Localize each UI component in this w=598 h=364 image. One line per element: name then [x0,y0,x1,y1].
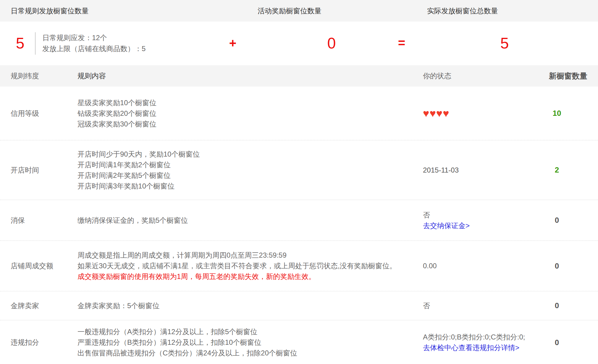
daily-window-count: 5 [11,34,30,52]
actual-total-count-title: 实际发放橱窗位总数量 [427,0,498,22]
new-window-count-value: 10 [526,109,587,118]
daily-rule-count-title: 日常规则发放橱窗位数量 [11,0,89,22]
new-window-count-value: 2 [526,165,587,175]
heart-icon: ♥ [443,107,449,119]
rule-content-cell: 一般违规扣分（A类扣分）满12分及以上，扣除5个橱窗位 严重违规扣分（B类扣分）… [77,326,423,358]
rule-dimension-label: 开店时间 [11,165,77,175]
pay-deposit-link[interactable]: 去交纳保证金> [423,220,470,231]
rule-content-line: 开店时间满3年奖励10个橱窗位 [77,181,423,191]
deposit-status-text: 否 [423,210,526,220]
summary-title-band: 日常规则发放橱窗位数量 活动奖励橱窗位数量 实际发放橱窗位总数量 [0,0,598,22]
status-cell-open-date: 2015-11-03 [423,165,526,176]
vertical-divider [35,32,36,55]
table-row-gold-seller: 金牌卖家 金牌卖家奖励：5个橱窗位 否 0 [0,291,598,320]
note-due-count: 日常规则应发：12个 [42,32,146,43]
rule-content-warning-line: 成交额奖励橱窗的使用有效期为1周，每周五老的奖励失效，新的奖励生效。 [77,271,423,282]
daily-count-notes: 日常规则应发：12个 发放上限（店铺在线商品数）：5 [42,32,146,54]
window-count-formula: 5 日常规则应发：12个 发放上限（店铺在线商品数）：5 + 0 = 5 [0,22,598,64]
heart-icon: ♥ [429,107,436,119]
rule-content-line: 星级卖家奖励10个橱窗位 [77,98,423,108]
table-row-weekly-turnover: 店铺周成交额 周成交额是指上周的周成交额，计算周期为周四0点至周三23:59:5… [0,241,598,291]
note-issue-limit: 发放上限（店铺在线商品数）：5 [42,43,146,54]
new-window-count-value: 0 [526,301,587,310]
weekly-turnover-amount: 0.00 [423,261,526,271]
activity-reward-count-title: 活动奖励橱窗位数量 [258,0,321,22]
status-cell-credit-hearts: ♥♥♥♥ [423,108,526,119]
new-window-count-value: 0 [526,216,587,225]
rule-content-line: 开店时间满1年奖励2个橱窗位 [77,160,423,170]
violation-details-link[interactable]: 去体检中心查看违规扣分详情> [423,342,519,353]
status-cell-turnover: 0.00 [423,261,526,271]
header-rule-content: 规则内容 [77,71,423,81]
equals-sign: = [394,36,409,50]
rule-content-line: 缴纳消保保证金的，奖励5个橱窗位 [77,215,423,226]
rule-dimension-label: 信用等级 [11,109,77,118]
rule-dimension-label: 金牌卖家 [11,301,77,311]
rule-content-line: 严重违规扣分（B类扣分）满12分及以上，扣除10个橱窗位 [77,337,423,348]
rule-content-cell: 金牌卖家奖励：5个橱窗位 [77,300,423,311]
rule-content-line: 钻级卖家奖励20个橱窗位 [77,108,423,119]
rule-content-line: 冠级卖家奖励30个橱窗位 [77,119,423,129]
rule-dimension-label: 店铺周成交额 [11,261,77,271]
total-window-count: 5 [495,34,514,52]
activity-window-count: 0 [322,34,341,52]
rule-content-line: 金牌卖家奖励：5个橱窗位 [77,300,423,311]
header-new-window-count: 新橱窗数量 [526,71,587,81]
rule-dimension-label: 消保 [11,216,77,225]
rule-content-cell: 星级卖家奖励10个橱窗位 钻级卖家奖励20个橱窗位 冠级卖家奖励30个橱窗位 [77,98,423,129]
table-row-open-time: 开店时间 开店时间少于90天内，奖励10个橱窗位 开店时间满1年奖励2个橱窗位 … [0,140,598,200]
violation-points-text: A类扣分:0;B类扣分:0;C类扣分:0; [423,332,526,342]
rule-dimension-label: 违规扣分 [11,338,77,347]
status-cell-gold-seller: 否 [423,300,526,311]
rule-content-line: 周成交额是指上周的周成交额，计算周期为周四0点至周三23:59:59 [77,250,423,261]
rule-content-cell: 周成交额是指上周的周成交额，计算周期为周四0点至周三23:59:59 如果近30… [77,250,423,282]
header-your-status: 你的状态 [423,71,526,81]
rule-content-line: 如果近30天无成交，或店铺不满1星，或主营类目不符合要求，或上周处于惩罚状态,没… [77,261,423,271]
heart-icon: ♥ [423,107,429,119]
table-row-violation-points: 违规扣分 一般违规扣分（A类扣分）满12分及以上，扣除5个橱窗位 严重违规扣分（… [0,320,598,364]
new-window-count-value: 0 [526,261,587,271]
status-cell-deposit: 否 去交纳保证金> [423,210,526,231]
rule-content-cell: 开店时间少于90天内，奖励10个橱窗位 开店时间满1年奖励2个橱窗位 开店时间满… [77,149,423,191]
rule-content-line: 出售假冒商品被违规扣分（C类扣分）满24分及以上，扣除20个橱窗位 [77,348,423,358]
shop-open-date: 2015-11-03 [423,165,526,176]
table-row-credit-level: 信用等级 星级卖家奖励10个橱窗位 钻级卖家奖励20个橱窗位 冠级卖家奖励30个… [0,87,598,140]
table-row-consumer-protection: 消保 缴纳消保保证金的，奖励5个橱窗位 否 去交纳保证金> 0 [0,200,598,241]
credit-rating-hearts: ♥♥♥♥ [423,108,526,119]
plus-sign: + [225,36,240,50]
rule-content-cell: 缴纳消保保证金的，奖励5个橱窗位 [77,215,423,226]
new-window-count-value: 0 [526,338,587,347]
heart-icon: ♥ [436,107,442,119]
rule-content-line: 开店时间满2年奖励5个橱窗位 [77,170,423,181]
gold-seller-status-text: 否 [423,300,526,311]
rule-content-line: 一般违规扣分（A类扣分）满12分及以上，扣除5个橱窗位 [77,326,423,337]
header-rule-dimension: 规则纬度 [11,71,77,81]
status-cell-violation: A类扣分:0;B类扣分:0;C类扣分:0; 去体检中心查看违规扣分详情> [423,332,526,353]
rule-content-line: 开店时间少于90天内，奖励10个橱窗位 [77,149,423,160]
table-header-row: 规则纬度 规则内容 你的状态 新橱窗数量 [0,65,598,87]
